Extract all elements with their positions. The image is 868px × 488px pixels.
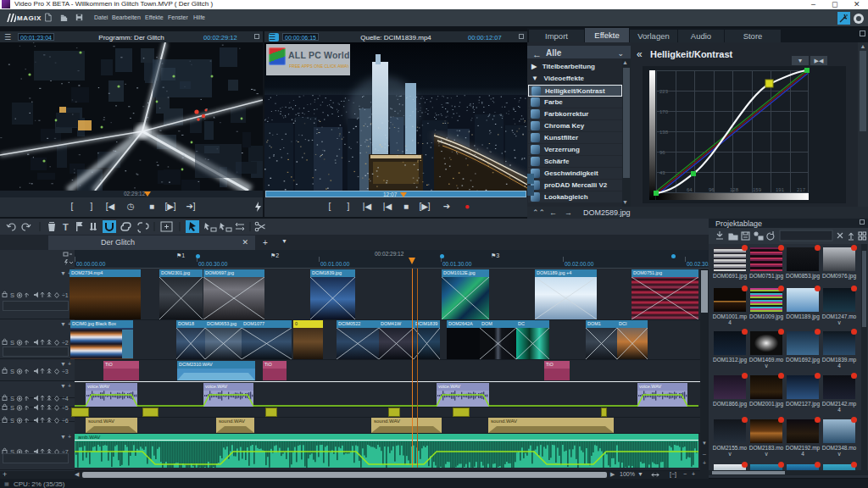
- svg-text:S: S: [10, 339, 14, 347]
- svg-text:170: 170: [659, 109, 669, 114]
- svg-text:÷2: ÷2: [62, 340, 69, 346]
- svg-text:÷3: ÷3: [62, 369, 69, 374]
- svg-text:191: 191: [776, 187, 785, 192]
- svg-text:÷1: ÷1: [62, 292, 69, 298]
- svg-text:96: 96: [659, 150, 665, 155]
- svg-text:÷5: ÷5: [62, 405, 69, 411]
- svg-text:128: 128: [730, 187, 739, 192]
- svg-text:43: 43: [659, 170, 665, 175]
- svg-text:T: T: [63, 222, 69, 232]
- svg-text:223: 223: [659, 89, 669, 94]
- svg-text:÷4: ÷4: [62, 396, 69, 402]
- svg-text:÷6: ÷6: [62, 418, 69, 424]
- svg-text:S: S: [10, 395, 14, 402]
- svg-text:138: 138: [659, 130, 669, 135]
- svg-text:159: 159: [753, 187, 762, 192]
- svg-text:S: S: [10, 404, 14, 412]
- svg-text:S: S: [10, 368, 14, 375]
- svg-text:64: 64: [687, 187, 693, 192]
- svg-text:96: 96: [709, 187, 715, 192]
- svg-text:S: S: [10, 291, 14, 299]
- svg-text:217: 217: [797, 187, 806, 192]
- svg-text:S: S: [10, 417, 14, 424]
